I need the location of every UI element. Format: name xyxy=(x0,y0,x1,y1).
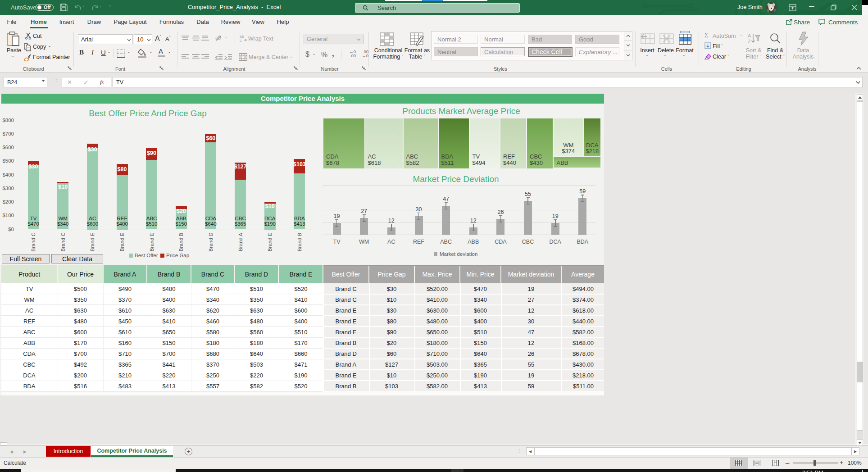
svg-text:A: A xyxy=(748,33,751,38)
svg-text:ab: ab xyxy=(215,35,221,41)
svg-text:c: c xyxy=(240,38,242,42)
svg-text:Z: Z xyxy=(748,39,751,44)
